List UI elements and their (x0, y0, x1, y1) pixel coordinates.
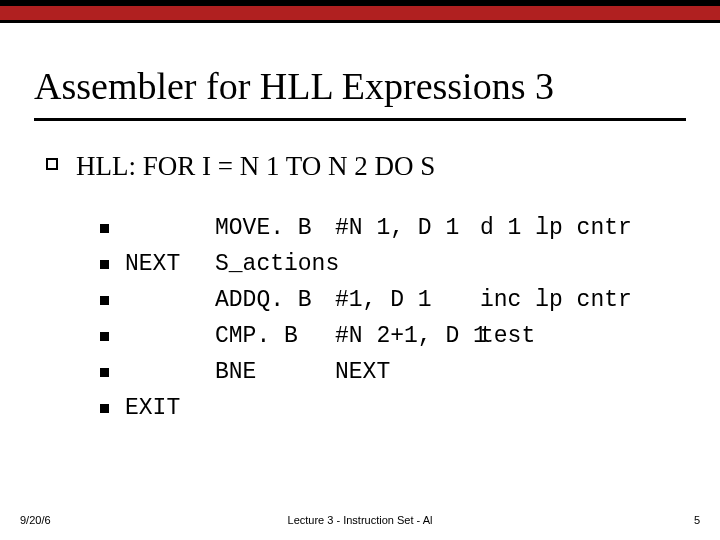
square-open-icon (46, 158, 58, 170)
asm-operands: #N 2+1, D 1 (335, 325, 480, 348)
asm-row: BNE NEXT (100, 354, 686, 390)
content-body: HLL: FOR I = N 1 TO N 2 DO S MOVE. B #N … (46, 150, 686, 426)
square-fill-icon (100, 404, 109, 413)
footer-page: 5 (694, 514, 700, 526)
asm-comment: d 1 lp cntr (480, 217, 632, 240)
asm-label: EXIT (125, 397, 215, 420)
asm-label (125, 325, 215, 348)
asm-label (125, 217, 215, 240)
slide: Assembler for HLL Expressions 3 HLL: FOR… (0, 0, 720, 540)
asm-operands (335, 397, 480, 420)
asm-label (125, 289, 215, 312)
asm-mnemonic: MOVE. B (215, 217, 335, 240)
asm-row: NEXT S_actions (100, 246, 686, 282)
square-fill-icon (100, 368, 109, 377)
asm-row: MOVE. B #N 1, D 1 d 1 lp cntr (100, 210, 686, 246)
asm-line: NEXT S_actions (125, 253, 480, 276)
asm-label: NEXT (125, 253, 215, 276)
asm-line: CMP. B #N 2+1, D 1 test (125, 325, 535, 348)
footer-center: Lecture 3 - Instruction Set - Al (20, 514, 700, 526)
asm-operands: NEXT (335, 361, 480, 384)
decor-accent-red (0, 6, 720, 20)
square-fill-icon (100, 332, 109, 341)
asm-comment: test (480, 325, 535, 348)
footer: 9/20/6 Lecture 3 - Instruction Set - Al … (20, 514, 700, 526)
title-underline (34, 118, 686, 121)
hll-statement: HLL: FOR I = N 1 TO N 2 DO S (76, 150, 435, 182)
asm-mnemonic: ADDQ. B (215, 289, 335, 312)
decor-thin-rule (0, 20, 720, 23)
footer-date: 9/20/6 (20, 514, 51, 526)
asm-operands: #1, D 1 (335, 289, 480, 312)
asm-row: EXIT (100, 390, 686, 426)
square-fill-icon (100, 296, 109, 305)
square-fill-icon (100, 260, 109, 269)
square-fill-icon (100, 224, 109, 233)
asm-comment: inc lp cntr (480, 289, 632, 312)
asm-line: ADDQ. B #1, D 1 inc lp cntr (125, 289, 632, 312)
asm-line: MOVE. B #N 1, D 1 d 1 lp cntr (125, 217, 632, 240)
asm-operands: #N 1, D 1 (335, 217, 480, 240)
asm-label (125, 361, 215, 384)
asm-operands (335, 253, 480, 276)
asm-listing: MOVE. B #N 1, D 1 d 1 lp cntr NEXT S_act… (100, 210, 686, 426)
asm-mnemonic: S_actions (215, 253, 335, 276)
asm-row: CMP. B #N 2+1, D 1 test (100, 318, 686, 354)
asm-line: EXIT (125, 397, 480, 420)
title-block: Assembler for HLL Expressions 3 (34, 66, 686, 121)
asm-mnemonic: BNE (215, 361, 335, 384)
bullet-level1: HLL: FOR I = N 1 TO N 2 DO S (46, 150, 686, 182)
asm-mnemonic: CMP. B (215, 325, 335, 348)
asm-row: ADDQ. B #1, D 1 inc lp cntr (100, 282, 686, 318)
asm-mnemonic (215, 397, 335, 420)
asm-line: BNE NEXT (125, 361, 480, 384)
slide-title: Assembler for HLL Expressions 3 (34, 66, 686, 108)
